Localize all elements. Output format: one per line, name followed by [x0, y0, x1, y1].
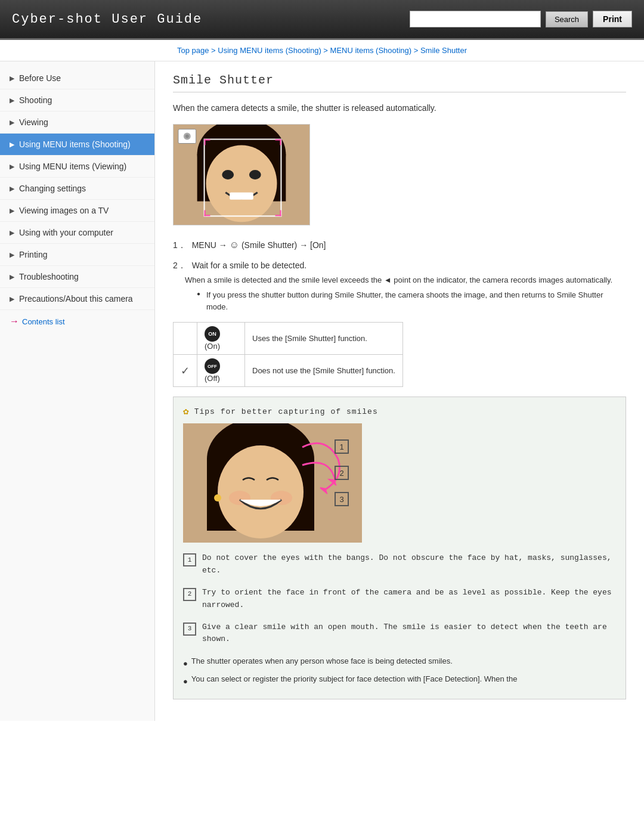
table-row: ON (On) Uses the [Smile Shutter] functio…: [174, 323, 403, 355]
site-title: Cyber-shot User Guide: [12, 12, 202, 27]
search-input[interactable]: [410, 11, 541, 27]
page-title: Smile Shutter: [173, 73, 626, 92]
bullet-dot: ●: [183, 658, 188, 670]
breadcrumb: Top page > Using MENU items (Shooting) >…: [0, 40, 644, 61]
numbered-tip-2: 2 Try to orient the face in front of the…: [183, 587, 616, 612]
sidebar-item-using-menu-shooting[interactable]: ▶ Using MENU items (Shooting): [0, 134, 154, 156]
contents-list-link[interactable]: → Contents list: [0, 310, 154, 333]
face-svg: [174, 124, 309, 225]
tips-icon: ✿: [183, 405, 190, 417]
function-table: ON (On) Uses the [Smile Shutter] functio…: [173, 322, 403, 387]
sidebar-label: Precautions/About this camera: [19, 294, 133, 304]
sidebar-label: Viewing: [19, 117, 48, 127]
arrow-icon: ▶: [10, 75, 14, 82]
intro-text: When the camera detects a smile, the shu…: [173, 102, 626, 114]
arrow-icon: ▶: [10, 251, 14, 259]
svg-point-10: [185, 135, 189, 138]
bottom-bullet-2: ● You can select or register the priorit…: [183, 673, 616, 688]
sidebar-item-using-menu-viewing[interactable]: ▶ Using MENU items (Viewing): [0, 156, 154, 178]
sidebar-label: Before Use: [19, 73, 61, 83]
breadcrumb-menu-shooting[interactable]: Using MENU items (Shooting): [218, 46, 321, 55]
arrow-icon: ▶: [10, 207, 14, 215]
step-2: 2． Wait for a smile to be detected. When…: [173, 259, 626, 313]
tips-title-text: Tips for better capturing of smiles: [194, 407, 378, 416]
arrow-icon: ▶: [10, 119, 14, 126]
bullet-text-1: The shutter operates when any person who…: [191, 655, 453, 667]
tips-svg: 1 2 3: [183, 423, 362, 543]
svg-rect-6: [230, 193, 253, 200]
sidebar-item-troubleshooting[interactable]: ▶ Troubleshooting: [0, 266, 154, 288]
sidebar-label: Shooting: [19, 95, 52, 105]
main-layout: ▶ Before Use ▶ Shooting ▶ Viewing ▶ Usin…: [0, 61, 644, 721]
camera-photo: [173, 124, 310, 225]
tip-number-1: 1: [183, 553, 196, 566]
sidebar-item-shooting[interactable]: ▶ Shooting: [0, 89, 154, 112]
step-2-detail: When a smile is detected and the smile l…: [185, 274, 626, 286]
sidebar-label: Viewing images on a TV: [19, 206, 109, 215]
step-1: 1． MENU → ☺ (Smile Shutter) → [On]: [173, 237, 626, 253]
contents-list-label: Contents list: [22, 317, 65, 326]
sidebar-item-precautions[interactable]: ▶ Precautions/About this camera: [0, 288, 154, 310]
step-1-text: MENU → ☺ (Smile Shutter) → [On]: [192, 240, 326, 250]
sidebar-label: Using MENU items (Shooting): [19, 140, 131, 149]
breadcrumb-smile-shutter[interactable]: Smile Shutter: [420, 46, 467, 55]
svg-text:2: 2: [339, 469, 343, 478]
svg-point-22: [218, 445, 304, 538]
arrow-icon: ▶: [10, 163, 14, 171]
search-area: Search Print: [410, 11, 632, 27]
svg-rect-18: [280, 210, 281, 216]
sidebar-item-before-use[interactable]: ▶ Before Use: [0, 67, 154, 89]
sidebar-item-viewing-tv[interactable]: ▶ Viewing images on a TV: [0, 200, 154, 222]
page-header: Cyber-shot User Guide Search Print: [0, 0, 644, 40]
arrow-icon: ▶: [10, 229, 14, 237]
breadcrumb-menu-items[interactable]: MENU items (Shooting): [330, 46, 412, 55]
arrow-icon: ▶: [10, 141, 14, 148]
step-2-bullet: If you press the shutter button during S…: [206, 289, 626, 312]
tips-title: ✿ Tips for better capturing of smiles: [183, 405, 616, 417]
sidebar-label: Troubleshooting: [19, 272, 79, 281]
sidebar-item-using-computer[interactable]: ▶ Using with your computer: [0, 222, 154, 244]
table-cell-description: Uses the [Smile Shutter] function.: [245, 323, 403, 355]
bottom-bullet-1: ● The shutter operates when any person w…: [183, 655, 616, 670]
sidebar-item-viewing[interactable]: ▶ Viewing: [0, 112, 154, 134]
sidebar-label: Using MENU items (Viewing): [19, 162, 126, 171]
table-row: ✓ OFF (Off) Does not use the [Smile Shut…: [174, 355, 403, 387]
arrow-icon: ▶: [10, 273, 14, 281]
arrow-icon: ▶: [10, 97, 14, 104]
svg-rect-12: [205, 140, 206, 145]
tip-text-1: Do not cover the eyes with the bangs. Do…: [202, 552, 616, 577]
table-cell-icon: [174, 323, 197, 355]
print-button[interactable]: Print: [593, 11, 632, 27]
table-cell-description: Does not use the [Smile Shutter] functio…: [245, 355, 403, 387]
svg-text:3: 3: [339, 495, 343, 504]
sidebar-item-changing-settings[interactable]: ▶ Changing settings: [0, 178, 154, 200]
svg-point-3: [206, 145, 277, 222]
face-image: [174, 125, 309, 225]
sidebar-label: Using with your computer: [19, 228, 113, 237]
tips-box: ✿ Tips for better capturing of smiles: [173, 397, 626, 699]
tip-text-2: Try to orient the face in front of the c…: [202, 587, 616, 612]
bottom-bullets: ● The shutter operates when any person w…: [183, 655, 616, 687]
svg-point-25: [214, 494, 221, 501]
bullet-text-2: You can select or register the priority …: [191, 673, 518, 685]
search-button[interactable]: Search: [546, 11, 588, 27]
tip-text-3: Give a clear smile with an open mouth. T…: [202, 621, 616, 646]
table-cell-checkmark: ✓: [174, 355, 197, 387]
tip-number-2: 2: [183, 588, 196, 601]
numbered-tip-3: 3 Give a clear smile with an open mouth.…: [183, 621, 616, 646]
svg-rect-14: [280, 140, 281, 145]
sidebar: ▶ Before Use ▶ Shooting ▶ Viewing ▶ Usin…: [0, 61, 155, 721]
breadcrumb-top[interactable]: Top page: [177, 46, 209, 55]
svg-text:1: 1: [339, 442, 343, 451]
bullet-dot: ●: [183, 676, 188, 688]
sidebar-item-printing[interactable]: ▶ Printing: [0, 244, 154, 266]
arrow-right-icon: →: [10, 316, 19, 327]
table-cell-label: ON (On): [197, 323, 245, 355]
svg-rect-16: [205, 210, 206, 216]
arrow-icon: ▶: [10, 185, 14, 193]
tip-number-3: 3: [183, 623, 196, 636]
svg-point-5: [249, 170, 261, 179]
svg-point-4: [222, 170, 234, 179]
numbered-tip-1: 1 Do not cover the eyes with the bangs. …: [183, 552, 616, 577]
arrow-icon: ▶: [10, 295, 14, 303]
